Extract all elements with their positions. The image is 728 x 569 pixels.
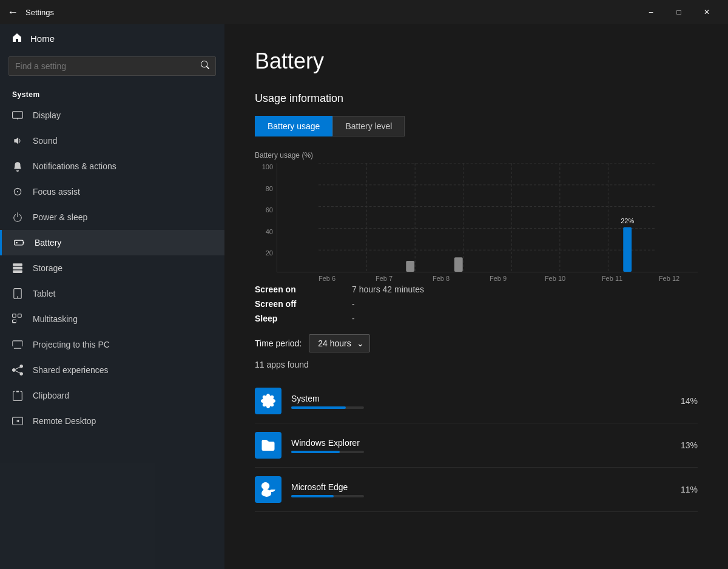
page-title: Battery xyxy=(255,49,698,74)
x-label-feb10: Feb 10 xyxy=(527,275,584,282)
app-bar-fill-system xyxy=(291,406,346,409)
sidebar-item-label: Shared experiences xyxy=(33,365,109,375)
window-controls: – □ ✕ xyxy=(637,0,721,24)
remote-icon xyxy=(12,416,23,426)
x-labels: Feb 6 Feb 7 Feb 8 Feb 9 Feb 10 Feb 11 Fe… xyxy=(298,275,698,282)
sidebar-item-label: Power & sleep xyxy=(33,212,87,222)
minimize-button[interactable]: – xyxy=(637,0,665,24)
maximize-button[interactable]: □ xyxy=(665,0,693,24)
apps-found-label: 11 apps found xyxy=(255,360,698,369)
main-layout: Home System Display Sound xyxy=(0,24,728,569)
svg-rect-11 xyxy=(406,261,414,272)
home-icon xyxy=(12,33,22,44)
sidebar-item-label: Multitasking xyxy=(33,314,78,324)
svg-text:22%: 22% xyxy=(621,217,634,224)
time-period-select-wrapper[interactable]: 24 hours 48 hours 1 week xyxy=(309,334,370,352)
sidebar-item-focus[interactable]: Focus assist xyxy=(0,179,224,204)
chart-y-label: Battery usage (%) xyxy=(255,151,698,160)
titlebar-title: Settings xyxy=(25,8,637,17)
sidebar-item-multitasking[interactable]: Multitasking xyxy=(0,306,224,332)
sidebar-item-tablet[interactable]: Tablet xyxy=(0,281,224,306)
tablet-icon xyxy=(12,288,23,299)
app-icon-explorer xyxy=(255,432,281,459)
sidebar-item-label: Sound xyxy=(33,136,57,146)
sidebar-item-notifications[interactable]: Notifications & actions xyxy=(0,153,224,179)
sidebar-item-home[interactable]: Home xyxy=(0,24,224,53)
sidebar: Home System Display Sound xyxy=(0,24,224,569)
app-bar-fill-explorer xyxy=(291,451,340,453)
app-item-edge[interactable]: Microsoft Edge 11% xyxy=(255,468,698,512)
tabs: Battery usage Battery level xyxy=(255,116,698,136)
app-pct-explorer: 13% xyxy=(673,440,698,450)
stats-section: Screen on 7 hours 42 minutes Screen off … xyxy=(255,284,698,323)
tab-battery-usage[interactable]: Battery usage xyxy=(255,116,332,136)
y-label-100: 100 xyxy=(255,163,277,170)
focus-icon xyxy=(12,186,23,197)
sidebar-item-label: Storage xyxy=(33,263,62,273)
sidebar-item-remote[interactable]: Remote Desktop xyxy=(0,408,224,434)
time-period-select[interactable]: 24 hours 48 hours 1 week xyxy=(309,334,370,352)
app-pct-system: 14% xyxy=(673,396,698,406)
sidebar-item-display[interactable]: Display xyxy=(0,103,224,128)
multitasking-icon xyxy=(12,314,23,325)
app-bar-explorer xyxy=(291,451,364,453)
app-bar-edge xyxy=(291,495,364,497)
app-bar-system xyxy=(291,406,364,409)
stat-val-screen-off: - xyxy=(352,299,355,309)
battery-icon xyxy=(14,237,25,248)
app-name-system: System xyxy=(291,394,664,403)
sidebar-item-clipboard[interactable]: Clipboard xyxy=(0,383,224,408)
sidebar-item-projecting[interactable]: Projecting to this PC xyxy=(0,332,224,357)
content-area: Battery Usage information Battery usage … xyxy=(224,24,728,569)
stat-key-sleep: Sleep xyxy=(255,314,328,323)
app-item-explorer[interactable]: Windows Explorer 13% xyxy=(255,423,698,468)
display-icon xyxy=(12,110,23,121)
sidebar-item-sound[interactable]: Sound xyxy=(0,128,224,153)
stat-key-screen-off: Screen off xyxy=(255,299,328,309)
time-period-label: Time period: xyxy=(255,338,302,348)
sidebar-item-label: Display xyxy=(33,110,61,120)
section-title: Usage information xyxy=(255,92,698,105)
storage-icon xyxy=(12,263,23,274)
stat-row-sleep: Sleep - xyxy=(255,314,698,323)
close-button[interactable]: ✕ xyxy=(693,0,721,24)
chart-svg: 22% xyxy=(277,163,698,272)
back-button[interactable]: ← xyxy=(7,6,18,19)
app-pct-edge: 11% xyxy=(673,485,698,494)
search-box[interactable] xyxy=(8,56,216,76)
sidebar-item-storage[interactable]: Storage xyxy=(0,255,224,281)
shared-icon xyxy=(12,365,23,375)
projecting-icon xyxy=(12,339,23,350)
sidebar-item-power[interactable]: Power & sleep xyxy=(0,204,224,230)
svg-rect-13 xyxy=(623,227,632,272)
y-axis: 100 80 60 40 20 xyxy=(255,163,277,272)
y-label-40: 40 xyxy=(255,228,277,235)
svg-rect-12 xyxy=(454,257,463,272)
sidebar-item-label: Remote Desktop xyxy=(33,416,96,426)
sidebar-item-label: Projecting to this PC xyxy=(33,340,110,349)
sidebar-item-label: Battery xyxy=(35,238,61,247)
sidebar-item-shared[interactable]: Shared experiences xyxy=(0,357,224,383)
stat-key-screen-on: Screen on xyxy=(255,284,328,294)
app-name-edge: Microsoft Edge xyxy=(291,482,664,492)
app-item-system[interactable]: System 14% xyxy=(255,379,698,423)
clipboard-icon xyxy=(12,390,23,401)
search-icon xyxy=(201,61,209,72)
power-icon xyxy=(12,212,23,223)
sidebar-item-label: Tablet xyxy=(33,289,55,298)
sidebar-item-label: Notifications & actions xyxy=(33,161,116,171)
sound-icon xyxy=(12,135,23,146)
x-label-feb6: Feb 6 xyxy=(298,275,356,282)
stat-val-sleep: - xyxy=(352,314,355,323)
sidebar-section-label: System xyxy=(0,84,224,103)
app-name-explorer: Windows Explorer xyxy=(291,438,664,448)
tab-battery-level[interactable]: Battery level xyxy=(332,116,405,136)
x-label-feb9: Feb 9 xyxy=(470,275,527,282)
app-bar-fill-edge xyxy=(291,495,334,497)
search-input[interactable] xyxy=(15,61,196,71)
chart-svg-container: 22% Feb 6 Feb 7 Feb 8 Feb 9 Feb 10 Feb 1… xyxy=(277,163,698,272)
y-label-60: 60 xyxy=(255,206,277,214)
sidebar-item-battery[interactable]: Battery xyxy=(0,230,224,255)
app-info-system: System xyxy=(291,394,664,409)
bell-icon xyxy=(12,161,23,172)
